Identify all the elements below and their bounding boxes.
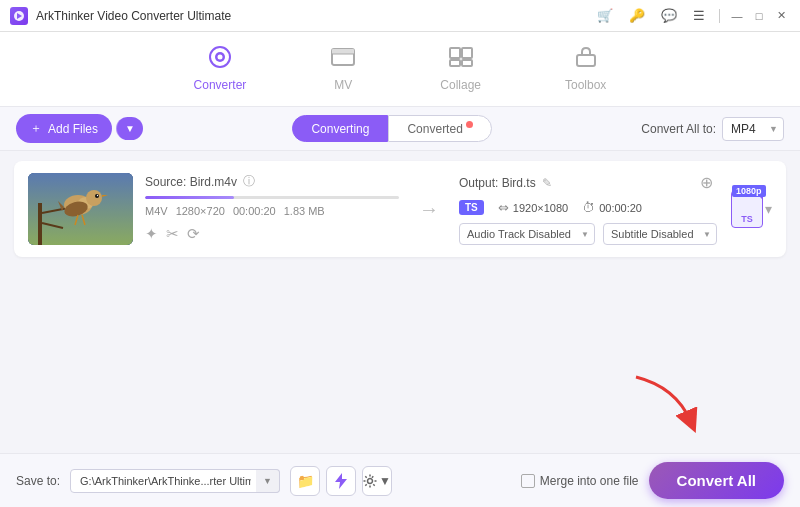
file-size: 1.83 MB	[284, 205, 325, 217]
toolbar-tabs: Converting Converted	[155, 115, 629, 142]
mv-icon	[330, 46, 356, 74]
plus-icon: ＋	[30, 120, 42, 137]
svg-rect-15	[38, 203, 42, 245]
output-format-badge: TS	[459, 200, 484, 215]
svg-rect-9	[462, 48, 472, 58]
bottom-icons: 📁 ▼	[290, 466, 392, 496]
toolbar: ＋ Add Files ▼ Converting Converted Conve…	[0, 107, 800, 151]
resolution-spec: ⇔ 1920×1080	[498, 200, 568, 215]
converted-dot	[466, 121, 473, 128]
svg-point-30	[368, 478, 373, 483]
output-header: Output: Bird.ts ✎ ⊕	[459, 173, 713, 192]
svg-rect-8	[450, 48, 460, 58]
file-info: Source: Bird.m4v ⓘ M4V 1280×720 00:00:20…	[145, 173, 399, 243]
tab-converter[interactable]: Converter	[182, 40, 259, 98]
flash-icon-button[interactable]	[326, 466, 356, 496]
settings-dropdown: ▼	[379, 474, 391, 488]
resize-icon: ⇔	[498, 200, 509, 215]
arrow-separator: →	[411, 198, 447, 221]
svg-rect-11	[462, 60, 472, 66]
file-actions: ✦ ✂ ⟳	[145, 225, 399, 243]
title-bar-controls: 🛒 🔑 💬 ☰ — □ ✕	[591, 7, 790, 25]
effect-icon[interactable]: ⟳	[187, 225, 200, 243]
svg-point-20	[86, 190, 102, 206]
add-files-button[interactable]: ＋ Add Files	[16, 114, 112, 143]
toolbox-tab-label: Toolbox	[565, 78, 606, 92]
file-card: Source: Bird.m4v ⓘ M4V 1280×720 00:00:20…	[14, 161, 786, 257]
toolbox-icon	[573, 46, 599, 74]
format-select[interactable]: MP4 MKV AVI MOV TS FLV	[722, 117, 784, 141]
subtitle-wrapper: Subtitle Disabled Subtitle Enabled	[603, 223, 717, 245]
close-button[interactable]: ✕	[772, 7, 790, 25]
file-source-row: Source: Bird.m4v ⓘ	[145, 173, 399, 190]
convert-all-button[interactable]: Convert All	[649, 462, 784, 499]
format-select-wrapper: MP4 MKV AVI MOV TS FLV	[722, 117, 784, 141]
audio-track-select[interactable]: Audio Track Disabled Audio Track Enabled	[459, 223, 595, 245]
clock-icon: ⏱	[582, 200, 595, 215]
file-format: M4V	[145, 205, 168, 217]
svg-rect-12	[577, 55, 595, 66]
tab-toolbox[interactable]: Toolbox	[553, 40, 618, 98]
output-label: Output: Bird.ts	[459, 176, 536, 190]
app-title: ArkThinker Video Converter Ultimate	[36, 9, 591, 23]
chat-icon[interactable]: 💬	[661, 8, 677, 23]
converting-tab[interactable]: Converting	[292, 115, 388, 142]
converted-tab-label: Converted	[407, 122, 462, 136]
add-output-icon[interactable]: ⊕	[700, 173, 713, 192]
file-output: Output: Bird.ts ✎ ⊕ TS ⇔ 1920×1080 ⏱ 00:…	[459, 173, 713, 245]
main-wrapper: ＋ Add Files ▼ Converting Converted Conve…	[0, 107, 800, 507]
svg-point-21	[95, 194, 99, 198]
svg-rect-6	[332, 49, 354, 54]
app-logo	[10, 7, 28, 25]
maximize-button[interactable]: □	[750, 7, 768, 25]
convert-all-to-label: Convert All to:	[641, 122, 716, 136]
folder-icon-button[interactable]: 📁	[290, 466, 320, 496]
converted-tab[interactable]: Converted	[388, 115, 491, 142]
info-icon[interactable]: ⓘ	[243, 173, 255, 190]
ts-file-text: TS	[741, 214, 753, 224]
tab-collage[interactable]: Collage	[428, 40, 493, 98]
main-content: Source: Bird.m4v ⓘ M4V 1280×720 00:00:20…	[0, 151, 800, 453]
output-selects: Audio Track Disabled Audio Track Enabled…	[459, 223, 713, 245]
ts-badge-area: 1080p TS ▾	[731, 190, 772, 228]
collage-tab-label: Collage	[440, 78, 481, 92]
converter-icon	[207, 46, 233, 74]
svg-point-4	[217, 55, 222, 60]
progress-bar-area	[145, 196, 399, 199]
file-resolution: 1280×720	[176, 205, 225, 217]
key-icon[interactable]: 🔑	[629, 8, 645, 23]
file-meta: M4V 1280×720 00:00:20 1.83 MB	[145, 205, 399, 217]
progress-bar-fill	[145, 196, 234, 199]
file-duration: 00:00:20	[233, 205, 276, 217]
cart-icon[interactable]: 🛒	[597, 8, 613, 23]
save-path-dropdown[interactable]: ▼	[256, 469, 280, 493]
save-to-label: Save to:	[16, 474, 60, 488]
subtitle-select[interactable]: Subtitle Disabled Subtitle Enabled	[603, 223, 717, 245]
add-files-dropdown-button[interactable]: ▼	[116, 117, 143, 140]
edit-icon[interactable]: ✎	[542, 176, 552, 190]
merge-label: Merge into one file	[540, 474, 639, 488]
ts-file-icon[interactable]: 1080p TS	[731, 190, 763, 228]
ts-badge-label: 1080p	[732, 185, 766, 197]
menu-icon[interactable]: ☰	[693, 8, 705, 23]
svg-rect-10	[450, 60, 460, 66]
merge-checkbox-area[interactable]: Merge into one file	[521, 474, 639, 488]
output-specs: TS ⇔ 1920×1080 ⏱ 00:00:20	[459, 200, 713, 215]
minimize-button[interactable]: —	[728, 7, 746, 25]
cut-icon[interactable]: ✂	[166, 225, 179, 243]
save-path-wrapper: ▼	[70, 469, 280, 493]
audio-track-wrapper: Audio Track Disabled Audio Track Enabled	[459, 223, 595, 245]
merge-checkbox[interactable]	[521, 474, 535, 488]
tab-mv[interactable]: MV	[318, 40, 368, 98]
mv-tab-label: MV	[334, 78, 352, 92]
collage-icon	[448, 46, 474, 74]
enhance-icon[interactable]: ✦	[145, 225, 158, 243]
converter-tab-label: Converter	[194, 78, 247, 92]
ts-more-button[interactable]: ▾	[765, 201, 772, 217]
file-thumbnail	[28, 173, 133, 245]
svg-marker-29	[335, 473, 347, 489]
source-label: Source: Bird.m4v	[145, 175, 237, 189]
save-path-input[interactable]	[70, 469, 280, 493]
settings-icon-button[interactable]: ▼	[362, 466, 392, 496]
convert-all-to-area: Convert All to: MP4 MKV AVI MOV TS FLV	[641, 117, 784, 141]
